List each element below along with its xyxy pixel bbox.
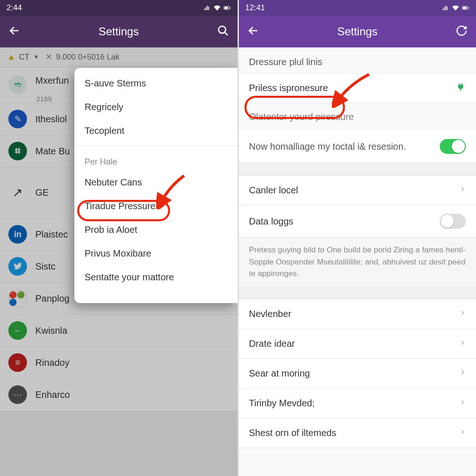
status-bar-left: 2:44 xyxy=(0,0,238,16)
svg-point-3 xyxy=(218,26,225,33)
plug-icon xyxy=(456,82,466,94)
menu-item[interactable]: Prob ia Aloet xyxy=(74,218,238,242)
menu-item[interactable]: S-auve Sterms xyxy=(74,72,238,95)
arrow-icon: ↗ xyxy=(8,184,27,202)
app-icon: ⵌ xyxy=(8,142,27,160)
left-screenshot: 2:44 Settings ▲ CT ▼ ✕ 9.000 0+5016 Lak xyxy=(0,0,239,476)
app-icon: ➬ xyxy=(8,75,27,94)
menu-section-header: Per Hale xyxy=(74,149,238,171)
chevron-right-icon xyxy=(459,308,466,320)
list-item[interactable]: Sear at moring xyxy=(239,359,476,389)
menu-item[interactable]: Tecoplent xyxy=(74,119,238,143)
sync-icon[interactable] xyxy=(456,25,468,39)
dropdown-menu: S-auve Sterms Regricely Tecoplent Per Ha… xyxy=(74,68,238,303)
menu-item-pressure[interactable]: Tiradue Pressure xyxy=(74,194,238,218)
chevron-right-icon xyxy=(459,397,466,410)
list-item[interactable]: ≡ Rinadoy xyxy=(0,347,238,379)
close-icon[interactable]: ✕ xyxy=(46,52,52,62)
status-bar-right: 12:41 xyxy=(239,0,476,16)
warning-icon: ▲ xyxy=(7,53,15,62)
toggle-switch[interactable] xyxy=(440,214,466,229)
row-data-loggs[interactable]: Data loggs xyxy=(239,205,476,238)
app-icon: ← xyxy=(8,321,27,340)
list-item[interactable]: ⋯ Enharco xyxy=(0,379,238,411)
menu-item[interactable]: Regricely xyxy=(74,95,238,119)
settings-list[interactable]: Dressure plul linis Priless ispronesure … xyxy=(239,47,476,476)
row-toggle-homalliage[interactable]: Now homalliage my toctal i& resesion. xyxy=(239,131,476,163)
section-header: Dressure plul linis xyxy=(239,47,476,73)
status-time: 12:41 xyxy=(245,3,265,13)
twitter-icon xyxy=(8,257,27,276)
ct-filter-row[interactable]: ▲ CT ▼ ✕ 9.000 0+5016 Lak xyxy=(0,47,238,67)
page-title: Settings xyxy=(268,25,448,38)
back-icon[interactable] xyxy=(247,25,259,39)
row-priless[interactable]: Priless ispronesure xyxy=(239,73,476,103)
linkedin-icon: in xyxy=(8,225,27,244)
status-time: 2:44 xyxy=(7,3,22,13)
status-icons xyxy=(203,5,231,11)
list-item[interactable]: Drate idear xyxy=(239,329,476,359)
list-item[interactable]: Tirinby Mevded; xyxy=(239,389,476,418)
page-title: Settings xyxy=(29,25,209,38)
right-screenshot: 12:41 Settings Dressure plul linis Prile… xyxy=(239,0,476,476)
chevron-right-icon xyxy=(459,337,466,350)
svg-rect-5 xyxy=(463,7,467,9)
row-canler[interactable]: Canler locel xyxy=(239,176,476,205)
app-icon: ✎ xyxy=(8,110,27,128)
chevron-right-icon xyxy=(459,427,466,439)
svg-rect-2 xyxy=(230,7,230,8)
app-icon: ≡ xyxy=(8,353,27,372)
row-subheading: Olatentor yourd piressure xyxy=(239,103,476,131)
app-bar-left: Settings xyxy=(0,16,238,47)
list-item[interactable]: Nevlenber xyxy=(239,299,476,329)
chevron-right-icon xyxy=(459,367,466,380)
help-text: Pretess guying bild to One build be pori… xyxy=(239,238,476,286)
app-icon: 🔴🟢🔵 xyxy=(8,289,27,308)
menu-item[interactable]: Privus Moxibare xyxy=(74,242,238,265)
menu-item[interactable]: Nebuter Cans xyxy=(74,171,238,194)
status-icons xyxy=(442,5,469,11)
list-item[interactable]: Shest orn of iltemeds xyxy=(239,418,476,448)
menu-item[interactable]: Sentatte your mattore xyxy=(74,265,238,289)
toggle-switch[interactable] xyxy=(440,139,466,154)
more-icon: ⋯ xyxy=(8,385,27,404)
list-item[interactable]: ← Kwisnla xyxy=(0,315,238,347)
chevron-right-icon xyxy=(459,184,466,197)
app-bar-right: Settings xyxy=(239,16,476,47)
svg-rect-6 xyxy=(469,7,469,8)
dropdown-caret-icon: ▼ xyxy=(33,53,40,60)
search-icon[interactable] xyxy=(217,25,229,39)
svg-rect-1 xyxy=(224,7,228,9)
back-icon[interactable] xyxy=(8,25,20,39)
